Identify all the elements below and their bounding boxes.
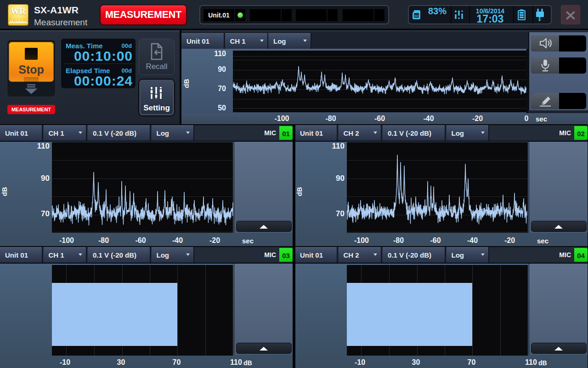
svg-text:SD: SD bbox=[414, 14, 419, 18]
